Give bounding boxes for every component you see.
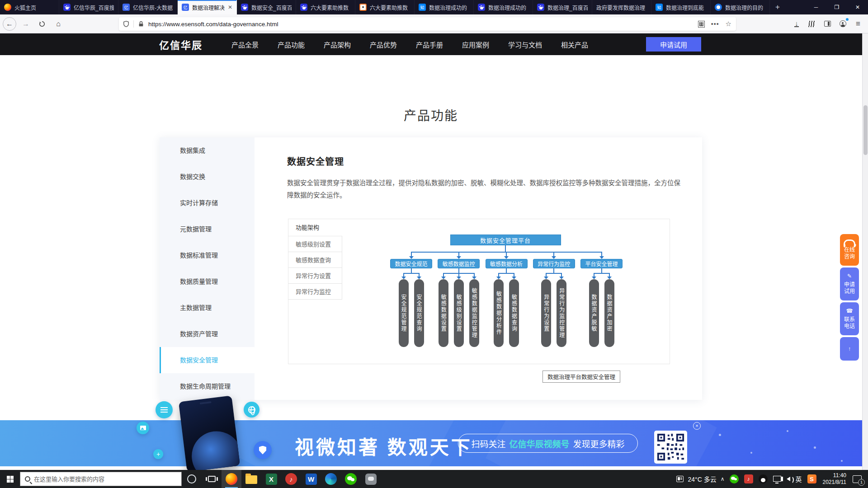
scrollbar-thumb[interactable] [863, 105, 868, 155]
weather-text[interactable]: 24°C 多云 [686, 474, 718, 483]
taskbar-excel[interactable]: X [261, 470, 281, 488]
taskbar-clock[interactable]: 11:40 2021/8/11 [819, 472, 850, 486]
qr-scan-icon[interactable] [698, 21, 705, 28]
back-to-top-button[interactable]: ↑ [840, 337, 859, 361]
sidebar-item-data-standard-management[interactable]: 数据标准管理 [160, 242, 255, 268]
reload-button[interactable] [35, 17, 49, 31]
sidebar-item-data-lifecycle-management[interactable]: 数据生命周期管理 [160, 373, 255, 399]
action-center-icon[interactable]: 1 [853, 475, 862, 483]
lock-icon[interactable] [137, 20, 145, 28]
contact-phone-button[interactable]: ☎ 联系电话 [840, 302, 859, 335]
taskbar-file-explorer[interactable] [241, 470, 261, 488]
nav-item-product-overview[interactable]: 产品全景 [231, 40, 259, 49]
task-view-button[interactable] [202, 470, 222, 488]
tray-netease[interactable]: ♪ [741, 470, 756, 488]
panel-label[interactable]: 功能架构 [288, 219, 342, 236]
baidu-icon [300, 4, 307, 11]
shield-bubble-icon [254, 441, 272, 459]
browser-tab[interactable]: 数据治理的目的 [711, 0, 770, 14]
tab-close-icon[interactable]: ✕ [228, 4, 232, 10]
apply-trial-float-button[interactable]: ✎ 申请试用 [840, 267, 859, 300]
url-bar[interactable]: https://www.esensoft.com/data-governance… [119, 17, 736, 31]
sidebar-toggle-icon[interactable] [821, 18, 834, 30]
nav-item-use-cases[interactable]: 应用案例 [462, 40, 489, 49]
browser-tab[interactable]: 六大要素助推数 [355, 0, 415, 14]
promo-banner[interactable]: 视微知著 数观天下 扫码关注亿信华辰视频号发现更多精彩 × [0, 420, 868, 466]
bookmark-star-icon[interactable]: ☆ [726, 20, 731, 28]
nav-item-product-advantages[interactable]: 产品优势 [370, 40, 397, 49]
forward-button[interactable]: → [19, 17, 33, 31]
diagram-bars: 异常行为设置 异常行为监控管理 [541, 273, 566, 347]
baidu-icon [537, 4, 544, 11]
panel-tab-abnormal-behavior-setting[interactable]: 异常行为设置 [288, 268, 342, 284]
taskbar-netease-music[interactable]: ♪ [281, 470, 301, 488]
menu-hamburger-icon[interactable]: ≡ [852, 18, 864, 30]
apply-trial-button[interactable]: 申请试用 [646, 37, 701, 52]
sidebar-item-data-security-management[interactable]: 数据安全管理 [160, 347, 255, 373]
tray-volume[interactable] [784, 470, 793, 488]
start-button[interactable] [0, 470, 20, 488]
browser-tab[interactable]: 数据安全_百度百 [237, 0, 296, 14]
sidebar-item-data-quality-management[interactable]: 数据质量管理 [160, 268, 255, 295]
sidebar-item-data-integration[interactable]: 数据集成 [160, 137, 255, 164]
tray-qq[interactable] [756, 470, 770, 488]
tracking-shield-icon[interactable] [123, 20, 130, 28]
windows-logo-icon [7, 476, 14, 483]
taskbar-firefox[interactable] [222, 470, 241, 488]
search-input[interactable] [34, 476, 165, 483]
cortana-button[interactable] [182, 470, 202, 488]
window-close-button[interactable]: ✕ [847, 0, 868, 14]
browser-tab[interactable]: 火狐主页 [0, 0, 59, 14]
tray-sogou[interactable]: S [805, 470, 819, 488]
library-icon[interactable] [806, 18, 818, 30]
browser-tab[interactable]: 数据治理成功的 [415, 0, 474, 14]
online-consult-button[interactable]: 在线咨询 [840, 234, 859, 266]
url-text[interactable]: https://www.esensoft.com/data-governance… [148, 21, 694, 28]
arrow-down-icon [401, 273, 406, 279]
sidebar-item-data-exchange[interactable]: 数据交换 [160, 164, 255, 190]
nav-item-product-manual[interactable]: 产品手册 [416, 40, 443, 49]
sidebar-item-metadata-management[interactable]: 元数据管理 [160, 216, 255, 242]
browser-tab[interactable]: 数据治理到底能 [651, 0, 711, 14]
nav-item-related-products[interactable]: 相关产品 [561, 40, 588, 49]
taskbar-search-box[interactable] [20, 472, 182, 486]
sidebar-item-master-data-management[interactable]: 主数据管理 [160, 295, 255, 321]
tray-wechat[interactable] [727, 470, 741, 488]
account-icon[interactable] [836, 18, 849, 30]
window-maximize-button[interactable]: ❐ [826, 0, 847, 14]
back-button[interactable]: ← [3, 17, 16, 31]
browser-tab[interactable]: 数据治理_百度百 [533, 0, 592, 14]
taskbar-app[interactable] [361, 470, 381, 488]
notification-badge: 1 [858, 479, 865, 486]
browser-scrollbar[interactable] [862, 33, 868, 470]
nav-item-product-architecture[interactable]: 产品架构 [324, 40, 351, 49]
nav-item-product-features[interactable]: 产品功能 [278, 40, 305, 49]
browser-tab[interactable]: 数据治理成功的 [474, 0, 533, 14]
taskbar-wechat[interactable] [341, 470, 361, 488]
panel-tab-sensitive-data-query[interactable]: 敏感数据查询 [288, 252, 342, 268]
diagram-connector [411, 268, 412, 273]
hidden-icons-chevron[interactable]: ∧ [718, 470, 727, 488]
browser-tab[interactable]: 亿信华辰-大数据 [118, 0, 178, 14]
banner-follow-pill[interactable]: 扫码关注亿信华辰视频号发现更多精彩 [458, 434, 638, 453]
downloads-icon[interactable]: ↓ [790, 18, 803, 30]
site-logo[interactable]: 亿信华辰 [159, 37, 203, 52]
window-minimize-button[interactable]: ─ [806, 0, 826, 14]
ime-indicator[interactable]: 英 [793, 470, 805, 488]
banner-close-icon[interactable]: × [693, 422, 701, 430]
browser-tab[interactable]: 政府要发挥数据治理 [592, 0, 651, 14]
new-tab-button[interactable]: + [770, 0, 785, 14]
browser-tab-active[interactable]: 数据治理解决✕ [178, 0, 237, 14]
taskbar-word[interactable]: W [301, 470, 321, 488]
nav-item-learning-docs[interactable]: 学习与文档 [508, 40, 542, 49]
panel-tab-abnormal-behavior-monitor[interactable]: 异常行为监控 [288, 284, 342, 300]
browser-tab[interactable]: 六大要素助推数 [296, 0, 355, 14]
sidebar-item-data-asset-management[interactable]: 数据资产管理 [160, 321, 255, 347]
sidebar-item-realtime-compute-storage[interactable]: 实时计算存储 [160, 190, 255, 216]
panel-tab-sensitive-level-setting[interactable]: 敏感级别设置 [288, 236, 342, 252]
page-actions-icon[interactable]: ••• [711, 20, 719, 28]
taskbar-edge[interactable] [321, 470, 341, 488]
home-button[interactable]: ⌂ [52, 17, 65, 31]
browser-tab[interactable]: 亿信华辰_百度搜 [59, 0, 118, 14]
news-widget-button[interactable] [674, 470, 686, 488]
